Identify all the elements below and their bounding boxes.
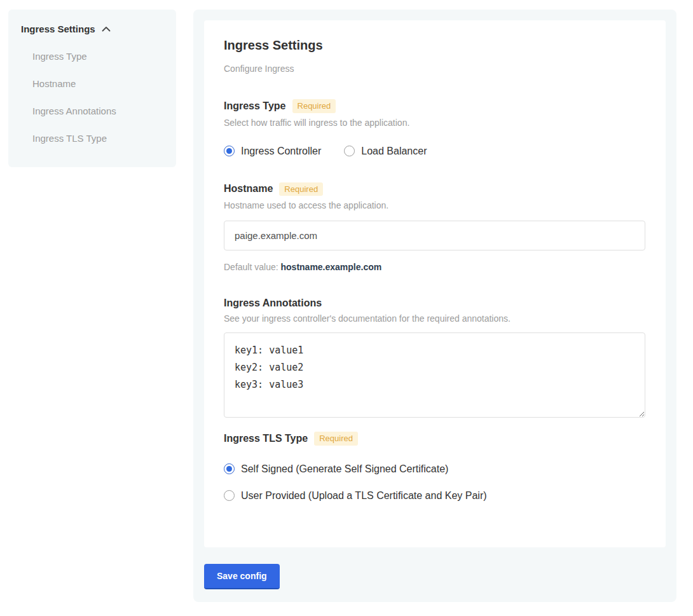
field-help-ingress-type: Select how traffic will ingress to the a… bbox=[224, 118, 646, 128]
hostname-default-line: Default value: hostname.example.com bbox=[224, 262, 646, 272]
radio-label-ingress-controller: Ingress Controller bbox=[241, 146, 321, 157]
config-panel: Ingress Settings Configure Ingress Ingre… bbox=[193, 10, 676, 602]
save-config-button[interactable]: Save config bbox=[204, 564, 280, 589]
config-nav-sidebar: Ingress Settings Ingress Type Hostname I… bbox=[8, 10, 176, 167]
radio-label-self-signed: Self Signed (Generate Self Signed Certif… bbox=[241, 463, 448, 475]
sidebar-group-label: Ingress Settings bbox=[21, 24, 95, 34]
field-label-row: Ingress TLS Type Required bbox=[224, 432, 646, 446]
sidebar-item-ingress-type[interactable]: Ingress Type bbox=[32, 51, 163, 62]
radio-label-user-provided: User Provided (Upload a TLS Certificate … bbox=[241, 490, 487, 502]
radio-user-provided[interactable]: User Provided (Upload a TLS Certificate … bbox=[224, 490, 646, 502]
radio-unselected-icon bbox=[344, 146, 355, 156]
field-label-ingress-tls-type: Ingress TLS Type bbox=[224, 433, 308, 444]
sidebar-item-ingress-annotations[interactable]: Ingress Annotations bbox=[32, 106, 163, 116]
page: Ingress Settings Ingress Type Hostname I… bbox=[0, 0, 693, 602]
field-label-row: Ingress Annotations bbox=[224, 298, 646, 309]
radio-self-signed[interactable]: Self Signed (Generate Self Signed Certif… bbox=[224, 463, 646, 475]
sidebar-item-hostname[interactable]: Hostname bbox=[32, 78, 163, 89]
field-label-hostname: Hostname bbox=[224, 183, 273, 195]
section-ingress-tls-type: Ingress TLS Type Required Self Signed (G… bbox=[224, 432, 646, 502]
default-value-label: Default value: bbox=[224, 262, 278, 272]
required-badge: Required bbox=[292, 99, 336, 113]
section-ingress-annotations: Ingress Annotations See your ingress con… bbox=[224, 298, 646, 418]
sidebar-item-list: Ingress Type Hostname Ingress Annotation… bbox=[21, 51, 163, 144]
default-value-text: hostname.example.com bbox=[281, 262, 382, 272]
ingress-annotations-textarea[interactable]: key1: value1 key2: value2 key3: value3 bbox=[224, 332, 645, 418]
radio-selected-icon bbox=[224, 463, 235, 474]
radio-unselected-icon bbox=[224, 490, 235, 501]
required-badge: Required bbox=[279, 182, 323, 196]
field-label-ingress-type: Ingress Type bbox=[224, 100, 286, 112]
config-card: Ingress Settings Configure Ingress Ingre… bbox=[204, 20, 666, 547]
radio-label-load-balancer: Load Balancer bbox=[361, 146, 427, 157]
ingress-type-options: Ingress Controller Load Balancer bbox=[224, 146, 646, 157]
page-title: Ingress Settings bbox=[224, 38, 646, 53]
radio-ingress-controller[interactable]: Ingress Controller bbox=[224, 146, 321, 157]
hostname-input[interactable] bbox=[224, 221, 645, 250]
section-ingress-type: Ingress Type Required Select how traffic… bbox=[224, 99, 646, 157]
radio-selected-icon bbox=[224, 146, 235, 156]
field-help-hostname: Hostname used to access the application. bbox=[224, 200, 646, 210]
tls-type-options: Self Signed (Generate Self Signed Certif… bbox=[224, 463, 646, 502]
field-label-ingress-annotations: Ingress Annotations bbox=[224, 298, 322, 309]
page-subtitle: Configure Ingress bbox=[224, 64, 646, 74]
radio-load-balancer[interactable]: Load Balancer bbox=[344, 146, 427, 157]
chevron-up-icon bbox=[102, 26, 111, 32]
field-help-ingress-annotations: See your ingress controller's documentat… bbox=[224, 313, 646, 324]
field-label-row: Ingress Type Required bbox=[224, 99, 646, 113]
required-badge: Required bbox=[314, 432, 358, 446]
section-hostname: Hostname Required Hostname used to acces… bbox=[224, 182, 646, 273]
sidebar-group-ingress-settings[interactable]: Ingress Settings bbox=[21, 24, 163, 34]
field-label-row: Hostname Required bbox=[224, 182, 646, 196]
sidebar-item-ingress-tls-type[interactable]: Ingress TLS Type bbox=[32, 133, 163, 144]
